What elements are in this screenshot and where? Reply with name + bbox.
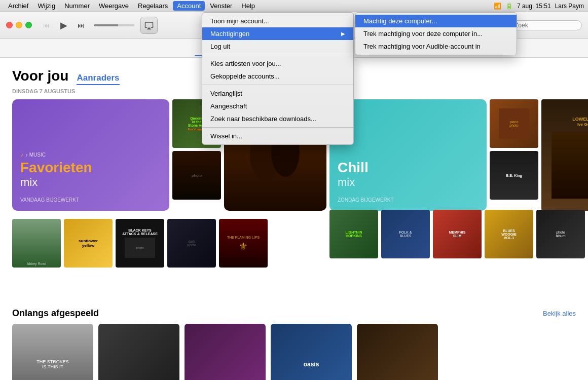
search-input[interactable] (514, 22, 575, 29)
menu-gekoppelde-accounts[interactable]: Gekoppelde accounts... (202, 70, 353, 83)
maximize-button[interactable] (25, 22, 32, 28)
album-flaming-lips[interactable]: THE FLAMING LIPS ⚜ (219, 219, 268, 268)
album-lightnin[interactable]: LIGHTNINHOPKINS (329, 210, 378, 258)
recently-played-title: Onlangs afgespeeld (12, 308, 99, 319)
menu-toon-account[interactable]: Toon mijn account... (202, 15, 353, 27)
traffic-lights (6, 22, 32, 28)
menu-weergave[interactable]: Weergave (95, 1, 133, 11)
album-folk[interactable]: FOLK &BLUES (381, 210, 430, 258)
menu-verlanglijst[interactable]: Verlanglijst (202, 87, 353, 100)
recent-cover-1: THE STROKESIS THIS IT (12, 324, 93, 380)
album-memphis[interactable]: MEMPHISSLIM (433, 210, 482, 258)
airplay-button[interactable] (140, 17, 158, 34)
next-button[interactable]: ⏭ (75, 19, 88, 32)
close-button[interactable] (6, 22, 13, 28)
menu-archief[interactable]: Archief (4, 1, 32, 11)
prev-button[interactable]: ⏮ (40, 19, 53, 32)
recent-item-2[interactable] (98, 324, 179, 380)
separator-3 (202, 127, 353, 128)
account-menu: Toon mijn account... Machtigingen ▶ Log … (202, 12, 354, 145)
recent-item-3[interactable] (185, 324, 266, 380)
menu-bar: Archief Wijzig Nummer Weergave Regelaars… (0, 0, 588, 12)
mix-title-1: Favorieten (20, 160, 161, 176)
recent-cover-5 (357, 324, 438, 380)
bottom-album-row: Abbey Road sunfloweryellow BLACK KEYSATT… (12, 219, 332, 268)
mix-sub-1: mix (20, 176, 161, 189)
menu-regelaars[interactable]: Regelaars (134, 1, 172, 11)
menu-machtigingen[interactable]: Machtigingen ▶ (202, 27, 353, 40)
menu-beschikbare-downloads[interactable]: Zoek naar beschikbare downloads... (202, 112, 353, 125)
menu-bar-right: 📶 🔋 7 aug. 15:51 Lars Paym (494, 3, 584, 10)
mix-title-2: Chill (338, 160, 479, 176)
menu-kies-artiesten[interactable]: Kies artiesten voor jou... (202, 57, 353, 70)
recently-played-row: THE STROKESIS THIS IT oasi (12, 324, 576, 380)
volume-slider[interactable] (94, 24, 134, 26)
page-title: Voor jou (12, 68, 68, 84)
recent-item-4[interactable]: oasis (271, 324, 352, 380)
mix-updated-2: ZONDAG BIJGEWERKT (338, 197, 479, 203)
album-sunflower[interactable]: sunfloweryellow (64, 219, 113, 268)
album-abbey[interactable]: Abbey Road (12, 219, 61, 268)
menu-bar-items: Archief Wijzig Nummer Weergave Regelaars… (4, 1, 259, 11)
recent-cover-3 (185, 324, 266, 380)
recent-cover-2 (98, 324, 179, 380)
menu-wissel-in[interactable]: Wissel in... (202, 130, 353, 142)
section-subtitle: Aanraders (77, 73, 119, 85)
album-dark-1[interactable]: photo (172, 151, 221, 200)
machtigingen-submenu: Machtig deze computer... Trek machtiging… (355, 12, 517, 55)
small-albums-2: pianophoto B.B. King (490, 99, 538, 211)
submenu-machtig-computer[interactable]: Machtig deze computer... (355, 15, 517, 27)
album-blues-woogie[interactable]: BLUESWOOGIEVOL.1 (485, 210, 533, 258)
recently-played-link[interactable]: Bekijk alles (543, 310, 576, 317)
recently-played-section: Onlangs afgespeeld Bekijk alles THE STRO… (12, 308, 576, 380)
album-dark-photo[interactable]: darkphoto (167, 219, 216, 268)
menu-aangeschaft[interactable]: Aangeschaft (202, 100, 353, 112)
menu-log-uit[interactable]: Log uit (202, 40, 353, 53)
separator-1 (202, 55, 353, 55)
album-lowell[interactable]: LOWELL FULSONlve Got the Bl... ♪ (541, 99, 588, 211)
user-name: Lars Paym (555, 3, 584, 10)
mix-sub-2: mix (338, 176, 479, 189)
album-black-keys[interactable]: BLACK KEYSATTACK & RELEASE photo (116, 219, 164, 268)
menu-venster[interactable]: Venster (206, 1, 236, 11)
submenu-audible-account[interactable]: Trek machtiging voor Audible-account in (355, 40, 517, 53)
minimize-button[interactable] (16, 22, 22, 28)
clock-time: 7 aug. 15:51 (517, 3, 551, 10)
menu-nummer[interactable]: Nummer (60, 1, 94, 11)
menu-wijzig[interactable]: Wijzig (33, 1, 59, 11)
recent-item-1[interactable]: THE STROKESIS THIS IT (12, 324, 93, 380)
menu-account[interactable]: Account (173, 1, 205, 11)
album-slim-lee[interactable]: photoalbum (536, 210, 585, 258)
play-button[interactable]: ▶ (57, 19, 70, 32)
music-label: ♪ ♪ MUSIC (20, 151, 161, 158)
submenu-arrow: ▶ (341, 31, 345, 36)
album-bbking[interactable]: B.B. King (490, 151, 538, 200)
menu-help[interactable]: Help (237, 1, 259, 11)
battery-icon: 🔋 (505, 3, 513, 10)
wifi-icon: 📶 (494, 3, 501, 10)
submenu-trek-machtiging[interactable]: Trek machtiging voor deze computer in... (355, 27, 517, 40)
album-brown[interactable]: pianophoto (490, 99, 538, 148)
recently-played-header: Onlangs afgespeeld Bekijk alles (12, 308, 576, 319)
right-bottom-albums: LIGHTNINHOPKINS FOLK &BLUES MEMPHISSLIM … (329, 210, 585, 258)
separator-2 (202, 85, 353, 85)
recent-cover-4: oasis (271, 324, 352, 380)
featured-mix-1[interactable]: ♪ ♪ MUSIC Favorieten mix VANDAAG BIJGEWE… (12, 99, 169, 211)
recent-item-5[interactable] (357, 324, 438, 380)
mix-updated-1: VANDAAG BIJGEWERKT (20, 197, 161, 203)
